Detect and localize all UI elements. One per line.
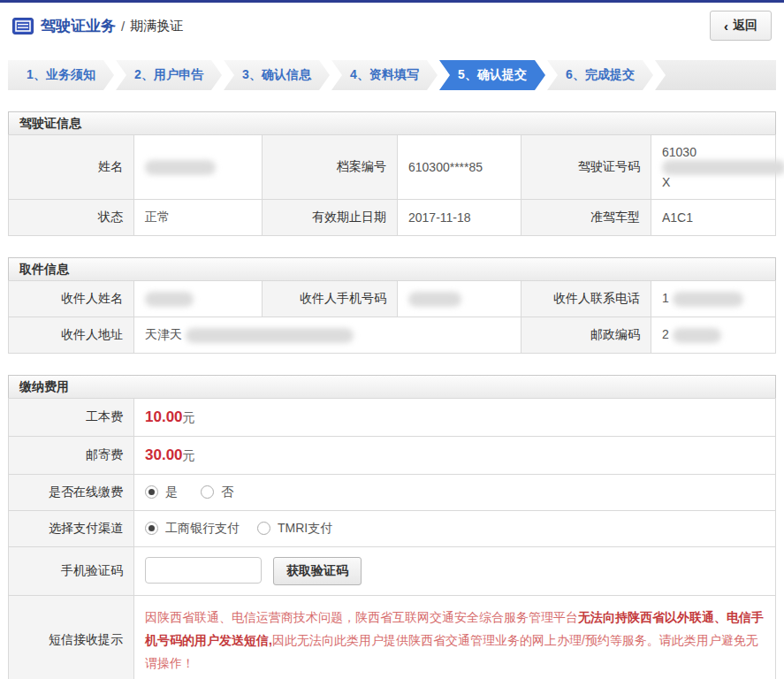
redacted-blur xyxy=(145,292,194,307)
sms-notice-label: 短信接收提示 xyxy=(9,595,134,679)
recipient-phone-value: 1 xyxy=(651,280,776,317)
license-info-section: 驾驶证信息 姓名 档案编号 610300****85 驾驶证号码 61030 X… xyxy=(8,111,776,236)
recipient-phone-label: 收件人联系电话 xyxy=(521,280,651,317)
recipient-mobile-label: 收件人手机号码 xyxy=(263,280,398,317)
back-button-label: 返回 xyxy=(733,18,757,34)
back-chevron-icon: ‹ xyxy=(724,19,728,33)
table-row: 短信接收提示 因陕西省联通、电信运营商技术问题，陕西省互联网交通安全综合服务管理… xyxy=(9,595,776,679)
page-header: 驾驶证业务 / 期满换证 ‹ 返回 xyxy=(0,3,784,49)
step-5-confirm-submit[interactable]: 5、确认提交 xyxy=(439,60,545,90)
recipient-address-label: 收件人地址 xyxy=(9,317,134,353)
production-fee-value: 10.00元 xyxy=(134,398,776,436)
online-payment-options: 是 否 xyxy=(134,474,776,510)
postage-fee-amount: 30.00 xyxy=(145,446,183,463)
get-sms-code-button[interactable]: 获取验证码 xyxy=(273,557,362,585)
pickup-info-table: 收件人姓名 收件人手机号码 收件人联系电话 1 收件人地址 天津天 邮政编码 2 xyxy=(8,280,776,354)
table-row: 手机验证码 获取验证码 xyxy=(9,546,776,595)
postal-code-label: 邮政编码 xyxy=(521,317,651,353)
notice-part-1: 因陕西省联通、电信运营商技术问题，陕西省互联网交通安全综合服务管理平台 xyxy=(145,610,578,624)
fees-section-title: 缴纳费用 xyxy=(8,375,776,398)
sms-code-row: 获取验证码 xyxy=(134,546,776,595)
radio-label[interactable]: 否 xyxy=(221,484,233,500)
fees-table: 工本费 10.00元 邮寄费 30.00元 是否在线缴费 是 xyxy=(8,398,776,679)
license-number-value: 61030 X xyxy=(651,135,776,200)
postal-code-value: 2 xyxy=(651,317,776,353)
sms-code-input[interactable] xyxy=(145,557,262,584)
radio-unselected-icon[interactable] xyxy=(257,522,270,535)
step-wizard: 1、业务须知 2、用户申告 3、确认信息 4、资料填写 5、确认提交 6、完成提… xyxy=(8,60,776,90)
radio-label[interactable]: TMRI支付 xyxy=(278,521,332,537)
table-row: 邮寄费 30.00元 xyxy=(9,436,776,474)
recipient-address-value: 天津天 xyxy=(134,317,521,353)
page-subtitle: 期满换证 xyxy=(130,18,183,34)
name-label: 姓名 xyxy=(9,135,134,200)
license-info-table: 姓名 档案编号 610300****85 驾驶证号码 61030 X 状态 正常… xyxy=(8,134,776,236)
table-row: 收件人地址 天津天 邮政编码 2 xyxy=(9,317,776,353)
vehicle-class-label: 准驾车型 xyxy=(521,199,651,235)
table-row: 状态 正常 有效期止日期 2017-11-18 准驾车型 A1C1 xyxy=(9,199,776,235)
recipient-phone-visible-prefix: 1 xyxy=(662,291,669,305)
step-6-complete-submit[interactable]: 6、完成提交 xyxy=(547,60,653,90)
step-1-business-notice[interactable]: 1、业务须知 xyxy=(8,60,114,90)
payment-channel-label: 选择支付渠道 xyxy=(9,510,134,546)
production-fee-unit: 元 xyxy=(183,410,195,424)
radio-online-payment-no[interactable]: 否 xyxy=(201,484,233,500)
recipient-address-visible-prefix: 天津天 xyxy=(145,327,182,341)
sms-notice-text: 因陕西省联通、电信运营商技术问题，陕西省互联网交通安全综合服务管理平台无法向持陕… xyxy=(134,595,776,679)
redacted-blur xyxy=(186,328,354,343)
step-3-confirm-info[interactable]: 3、确认信息 xyxy=(224,60,330,90)
postage-fee-label: 邮寄费 xyxy=(9,436,134,474)
page-title: 驾驶证业务 xyxy=(41,16,116,36)
expiry-date-value: 2017-11-18 xyxy=(398,199,521,235)
production-fee-amount: 10.00 xyxy=(145,408,183,425)
expiry-date-label: 有效期止日期 xyxy=(263,199,398,235)
license-number-visible-prefix: 61030 xyxy=(662,145,696,159)
radio-unselected-icon[interactable] xyxy=(201,485,214,499)
pickup-section-title: 取件信息 xyxy=(8,257,776,280)
radio-label[interactable]: 工商银行支付 xyxy=(165,521,240,537)
radio-selected-icon[interactable] xyxy=(145,485,158,499)
list-icon xyxy=(12,18,34,34)
step-2-user-declaration[interactable]: 2、用户申告 xyxy=(116,60,222,90)
table-row: 是否在线缴费 是 否 xyxy=(9,474,776,510)
redacted-blur xyxy=(673,328,721,343)
step-bar-filler xyxy=(655,60,776,90)
pickup-info-section: 取件信息 收件人姓名 收件人手机号码 收件人联系电话 1 收件人地址 天津天 邮… xyxy=(8,257,776,354)
table-row: 工本费 10.00元 xyxy=(9,398,776,436)
radio-channel-icbc[interactable]: 工商银行支付 xyxy=(145,521,240,537)
radio-online-payment-yes[interactable]: 是 xyxy=(145,484,178,500)
license-section-title: 驾驶证信息 xyxy=(8,111,776,134)
redacted-blur xyxy=(408,292,461,307)
redacted-blur xyxy=(145,160,216,175)
radio-label[interactable]: 是 xyxy=(165,484,178,500)
status-value: 正常 xyxy=(134,199,263,235)
file-number-label: 档案编号 xyxy=(263,135,398,200)
license-number-label: 驾驶证号码 xyxy=(521,135,651,200)
radio-channel-tmri[interactable]: TMRI支付 xyxy=(257,521,332,537)
breadcrumb: 驾驶证业务 / 期满换证 xyxy=(12,16,183,36)
recipient-name-label: 收件人姓名 xyxy=(9,280,134,317)
fees-section: 缴纳费用 工本费 10.00元 邮寄费 30.00元 是否在线缴费 是 xyxy=(8,375,776,679)
production-fee-label: 工本费 xyxy=(9,398,134,436)
table-row: 收件人姓名 收件人手机号码 收件人联系电话 1 xyxy=(9,280,776,317)
status-label: 状态 xyxy=(9,199,134,235)
table-row: 选择支付渠道 工商银行支付 TMRI支付 xyxy=(9,510,776,546)
redacted-blur xyxy=(673,292,743,307)
recipient-name-value xyxy=(134,280,263,317)
postal-code-visible-prefix: 2 xyxy=(662,327,669,341)
license-number-visible-suffix: X xyxy=(662,175,670,189)
file-number-value: 610300****85 xyxy=(398,135,521,200)
radio-selected-icon[interactable] xyxy=(145,522,158,535)
step-4-fill-materials[interactable]: 4、资料填写 xyxy=(331,60,438,90)
breadcrumb-divider: / xyxy=(121,19,125,34)
postage-fee-value: 30.00元 xyxy=(134,436,776,474)
name-value xyxy=(134,135,263,200)
postage-fee-unit: 元 xyxy=(183,448,195,462)
table-row: 姓名 档案编号 610300****85 驾驶证号码 61030 X xyxy=(9,135,776,200)
vehicle-class-value: A1C1 xyxy=(651,199,776,235)
back-button[interactable]: ‹ 返回 xyxy=(710,11,772,41)
redacted-blur xyxy=(662,160,784,175)
payment-channel-options: 工商银行支付 TMRI支付 xyxy=(134,510,776,546)
sms-code-label: 手机验证码 xyxy=(9,546,134,595)
online-payment-label: 是否在线缴费 xyxy=(9,474,134,510)
